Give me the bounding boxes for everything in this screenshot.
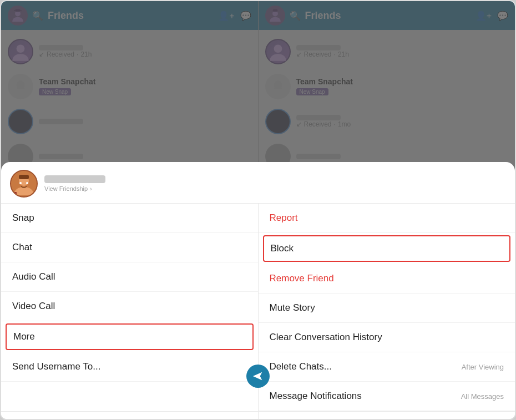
action-delete-chats-subtext: After Viewing (462, 363, 504, 371)
user-info: View Friendship › (44, 175, 506, 192)
view-friendship-chevron: › (90, 185, 92, 192)
action-snap[interactable]: Snap (1, 204, 258, 233)
svg-point-12 (26, 182, 28, 184)
action-audio-call[interactable]: Audio Call (1, 262, 258, 292)
snap-send-button[interactable] (246, 365, 270, 388)
action-block-label: Block (271, 243, 294, 254)
view-friendship-text: View Friendship (44, 185, 88, 192)
action-more[interactable]: More (6, 323, 254, 350)
phone-container: 🔍 Friends 👤+ 💬 ↙ Re (0, 0, 516, 420)
svg-rect-13 (11, 192, 17, 195)
action-message-notifications[interactable]: Message Notifications All Messages (259, 382, 515, 411)
action-chat[interactable]: Chat (1, 233, 258, 262)
action-clear-history-label: Clear Conversation History (270, 332, 382, 343)
action-delete-chats[interactable]: Delete Chats... After Viewing (259, 352, 515, 382)
action-remove-friend-label: Remove Friend (270, 273, 334, 284)
dim-overlay (1, 1, 515, 173)
user-header: View Friendship › (1, 162, 515, 204)
done-row: Done Done (1, 411, 515, 420)
action-mute-story-label: Mute Story (270, 302, 315, 313)
action-mute-story[interactable]: Mute Story (259, 294, 515, 323)
right-column: Report Block Remove Friend Mute Story Cl… (259, 204, 515, 411)
view-friendship-link[interactable]: View Friendship › (44, 185, 506, 192)
username-blur (44, 175, 105, 183)
action-video-call[interactable]: Video Call (1, 292, 258, 321)
action-msg-notif-label: Message Notifications (270, 391, 362, 402)
action-msg-notif-subtext: All Messages (461, 392, 504, 401)
left-column: Snap Chat Audio Call Video Call More Sen… (1, 204, 259, 411)
action-send-username[interactable]: Send Username To... (1, 352, 258, 382)
done-left-button[interactable]: Done (1, 412, 259, 420)
action-send-username-label: Send Username To... (12, 361, 100, 372)
action-report[interactable]: Report (259, 204, 515, 233)
action-more-label: More (13, 331, 35, 342)
action-report-label: Report (270, 212, 298, 224)
action-block[interactable]: Block (263, 235, 511, 262)
action-clear-history[interactable]: Clear Conversation History (259, 323, 515, 352)
done-right-button[interactable]: Done (259, 412, 515, 420)
action-video-call-label: Video Call (12, 301, 55, 312)
user-avatar (10, 170, 38, 198)
action-chat-label: Chat (12, 242, 32, 253)
svg-rect-10 (19, 175, 29, 179)
action-remove-friend[interactable]: Remove Friend (259, 264, 515, 294)
action-delete-chats-label: Delete Chats... (270, 361, 332, 372)
action-audio-call-label: Audio Call (12, 271, 55, 282)
action-snap-label: Snap (12, 212, 34, 224)
svg-point-11 (19, 182, 22, 184)
